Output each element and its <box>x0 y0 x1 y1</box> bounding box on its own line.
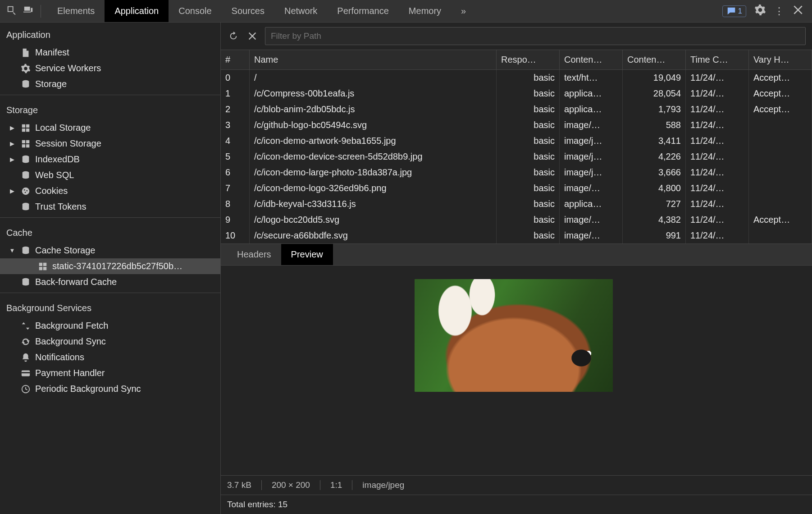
sidebar-item[interactable]: Payment Handler <box>0 365 220 381</box>
row-cell[interactable]: 4,226 <box>623 149 686 165</box>
row-cell[interactable]: 11/24/… <box>686 101 749 117</box>
row-cell[interactable]: 727 <box>623 196 686 212</box>
row-cell[interactable]: 11/24/… <box>686 228 749 243</box>
row-cell[interactable]: Accept… <box>749 212 812 228</box>
close-icon[interactable] <box>792 4 804 18</box>
column-header[interactable]: Conten… <box>623 50 686 70</box>
row-cell[interactable]: Accept… <box>749 101 812 117</box>
row-cell[interactable]: 11/24/… <box>686 86 749 101</box>
column-header[interactable]: Time C… <box>686 50 749 70</box>
row-cell[interactable]: 11/24/… <box>686 117 749 133</box>
row-name[interactable]: /c/logo-bcc20dd5.svg <box>250 212 497 228</box>
tab-memory[interactable]: Memory <box>399 0 451 22</box>
row-cell[interactable]: basic <box>497 180 560 196</box>
column-header[interactable]: Respo… <box>497 50 560 70</box>
row-cell[interactable]: text/ht… <box>560 70 623 86</box>
sidebar-item[interactable]: Trust Tokens <box>0 199 220 215</box>
row-cell[interactable] <box>749 117 812 133</box>
row-cell[interactable] <box>749 180 812 196</box>
row-cell[interactable] <box>749 133 812 149</box>
device-toolbar-icon[interactable] <box>23 5 33 17</box>
row-cell[interactable] <box>749 196 812 212</box>
delete-button[interactable] <box>246 30 259 42</box>
row-cell[interactable]: image/j… <box>560 165 623 180</box>
row-cell[interactable]: basic <box>497 133 560 149</box>
row-cell[interactable]: basic <box>497 117 560 133</box>
row-cell[interactable]: image/j… <box>560 149 623 165</box>
tab-sources[interactable]: Sources <box>222 0 274 22</box>
sidebar-item[interactable]: Manifest <box>0 45 220 60</box>
row-cell[interactable]: 19,049 <box>623 70 686 86</box>
row-cell[interactable]: image/… <box>560 180 623 196</box>
sidebar-item[interactable]: ▼Cache Storage <box>0 243 220 258</box>
row-name[interactable]: /c/icon-demo-device-screen-5d52d8b9.jpg <box>250 149 497 165</box>
refresh-button[interactable] <box>227 30 240 42</box>
row-cell[interactable]: 3,666 <box>623 165 686 180</box>
sidebar-item[interactable]: Web SQL <box>0 167 220 183</box>
row-cell[interactable]: 4,800 <box>623 180 686 196</box>
row-cell[interactable]: applica… <box>560 86 623 101</box>
column-header[interactable]: Name <box>250 50 497 70</box>
row-cell[interactable]: 588 <box>623 117 686 133</box>
row-cell[interactable]: basic <box>497 212 560 228</box>
sidebar-item[interactable]: Storage <box>0 76 220 92</box>
column-header[interactable]: Conten… <box>560 50 623 70</box>
settings-icon[interactable] <box>754 4 766 18</box>
row-cell[interactable]: 28,054 <box>623 86 686 101</box>
row-index[interactable]: 2 <box>221 101 250 117</box>
row-name[interactable]: /c/Compress-00b1eafa.js <box>250 86 497 101</box>
row-cell[interactable]: applica… <box>560 196 623 212</box>
row-index[interactable]: 4 <box>221 133 250 149</box>
tab-application[interactable]: Application <box>105 0 169 22</box>
row-cell[interactable]: image/… <box>560 212 623 228</box>
row-cell[interactable]: 11/24/… <box>686 212 749 228</box>
sidebar-item[interactable]: ▶IndexedDB <box>0 151 220 167</box>
row-cell[interactable]: image/… <box>560 228 623 243</box>
sidebar-item[interactable]: Periodic Background Sync <box>0 381 220 397</box>
row-cell[interactable]: basic <box>497 101 560 117</box>
row-cell[interactable]: 1,793 <box>623 101 686 117</box>
row-name[interactable]: /c/github-logo-bc05494c.svg <box>250 117 497 133</box>
row-index[interactable]: 6 <box>221 165 250 180</box>
sidebar-item[interactable]: Background Sync <box>0 334 220 349</box>
tabs-overflow-button[interactable]: » <box>451 0 476 22</box>
row-cell[interactable]: Accept… <box>749 70 812 86</box>
row-name[interactable]: /c/blob-anim-2db05bdc.js <box>250 101 497 117</box>
row-name[interactable]: /c/icon-demo-artwork-9eba1655.jpg <box>250 133 497 149</box>
row-cell[interactable]: basic <box>497 228 560 243</box>
row-index[interactable]: 1 <box>221 86 250 101</box>
more-icon[interactable]: ⋮ <box>774 5 784 17</box>
sidebar-item[interactable]: ▶Session Storage <box>0 136 220 151</box>
tab-network[interactable]: Network <box>274 0 327 22</box>
row-cell[interactable]: basic <box>497 86 560 101</box>
tab-elements[interactable]: Elements <box>47 0 105 22</box>
row-cell[interactable] <box>749 149 812 165</box>
row-cell[interactable]: basic <box>497 149 560 165</box>
sidebar-item[interactable]: Notifications <box>0 349 220 365</box>
detail-tab-preview[interactable]: Preview <box>281 244 333 265</box>
row-cell[interactable]: 3,411 <box>623 133 686 149</box>
column-header[interactable]: Vary H… <box>749 50 812 70</box>
row-index[interactable]: 9 <box>221 212 250 228</box>
row-name[interactable]: /c/secure-a66bbdfe.svg <box>250 228 497 243</box>
sidebar-item[interactable]: static-3741017226db5c27f50b… <box>0 258 220 274</box>
row-index[interactable]: 3 <box>221 117 250 133</box>
sidebar-item[interactable]: ▶Cookies <box>0 183 220 199</box>
tab-performance[interactable]: Performance <box>327 0 399 22</box>
column-header[interactable]: # <box>221 50 250 70</box>
row-name[interactable]: /c/icon-demo-logo-326ed9b6.png <box>250 180 497 196</box>
row-name[interactable]: / <box>250 70 497 86</box>
row-cell[interactable]: 991 <box>623 228 686 243</box>
row-cell[interactable]: 11/24/… <box>686 196 749 212</box>
row-cell[interactable]: 11/24/… <box>686 149 749 165</box>
sidebar-item[interactable]: Service Workers <box>0 60 220 76</box>
row-cell[interactable]: image/… <box>560 117 623 133</box>
row-cell[interactable]: 11/24/… <box>686 165 749 180</box>
inspect-icon[interactable] <box>6 5 16 17</box>
row-index[interactable]: 8 <box>221 196 250 212</box>
row-cell[interactable]: applica… <box>560 101 623 117</box>
sidebar-item[interactable]: Background Fetch <box>0 318 220 334</box>
row-cell[interactable]: basic <box>497 196 560 212</box>
row-cell[interactable] <box>749 165 812 180</box>
detail-tab-headers[interactable]: Headers <box>227 244 281 265</box>
